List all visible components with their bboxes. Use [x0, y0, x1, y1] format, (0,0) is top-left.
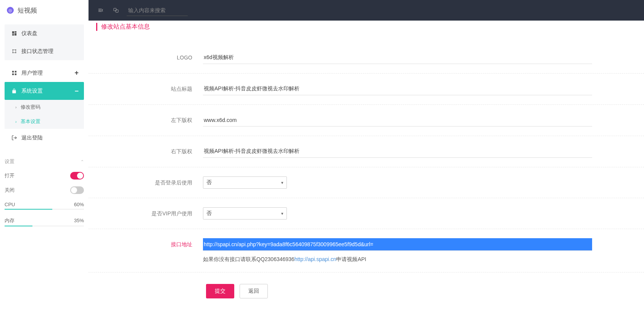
cpu-bar	[5, 209, 84, 210]
minus-icon: –	[75, 87, 79, 95]
input-logo[interactable]	[203, 51, 592, 64]
svg-point-0	[12, 50, 13, 51]
back-button[interactable]: 返回	[240, 284, 268, 298]
svg-rect-5	[14, 71, 16, 72]
label-api-url: 接口地址	[96, 238, 203, 248]
label-site-title: 站点标题	[96, 83, 203, 93]
label-right-footer: 右下版权	[96, 145, 203, 155]
sidebar-submenu: › 修改密码 › 基本设置	[5, 100, 84, 129]
svg-rect-7	[14, 74, 16, 75]
svg-rect-6	[12, 74, 13, 75]
sidebar-label: 系统设置	[21, 88, 43, 95]
mem-bar	[5, 226, 84, 226]
label-left-footer: 左下版权	[96, 114, 203, 124]
logout-icon	[10, 135, 18, 141]
sidebar-label: 退出登陆	[21, 135, 43, 141]
label-vip-only: 是否VIP用户使用	[96, 207, 203, 217]
row-vip-only: 是否VIP用户使用 否	[89, 198, 644, 229]
input-api-url[interactable]	[203, 238, 592, 251]
sidebar-sub-label: 修改密码	[21, 104, 40, 111]
submit-button[interactable]: 提交	[206, 284, 234, 298]
topbar	[89, 0, 644, 21]
svg-point-2	[12, 52, 13, 53]
sidebar-item-user-mgmt[interactable]: 用户管理 +	[5, 64, 84, 82]
toggle-label: 关闭	[5, 187, 14, 194]
select-require-login[interactable]: 否	[203, 176, 287, 189]
sidebar-item-system-settings[interactable]: 系统设置 –	[5, 82, 84, 100]
input-right-footer[interactable]	[203, 145, 592, 158]
svg-point-3	[15, 52, 16, 53]
input-site-title[interactable]	[203, 83, 592, 95]
row-api-url: 接口地址 如果你没有接口请联系QQ2306346936http://api.sp…	[89, 229, 644, 273]
sidebar-item-logout[interactable]: 退出登陆	[5, 129, 84, 147]
search-input[interactable]	[127, 5, 188, 16]
chevron-up-icon: ⌃	[80, 159, 84, 164]
toggle-open-row: 打开	[5, 172, 84, 180]
plus-icon: +	[74, 69, 79, 77]
lock-icon	[10, 88, 18, 94]
svg-rect-4	[12, 71, 13, 72]
sidebar-sub-label: 基本设置	[21, 118, 40, 125]
row-site-title: 站点标题	[89, 74, 644, 105]
logo-icon: ◎	[7, 7, 14, 14]
row-right-footer: 右下版权	[89, 136, 644, 167]
input-left-footer[interactable]	[203, 114, 592, 127]
sidebar-label: 用户管理	[21, 70, 43, 77]
button-row: 提交 返回	[89, 273, 644, 310]
sidebar: ◎ 短视频 仪表盘 接口状态管理 用户管理 + 系统设置 –	[0, 0, 89, 310]
toggle-close[interactable]	[70, 186, 84, 194]
sidebar-label: 仪表盘	[21, 30, 37, 37]
chevron-right-icon: ›	[15, 105, 17, 109]
dashboard-icon	[10, 30, 18, 36]
svg-point-1	[15, 50, 16, 51]
sidebar-sub-basic-settings[interactable]: › 基本设置	[5, 114, 84, 129]
sidebar-item-api-status[interactable]: 接口状态管理	[5, 42, 84, 60]
api-status-icon	[10, 48, 18, 54]
toggle-label: 打开	[5, 172, 14, 179]
logo-area: ◎ 短视频	[0, 0, 89, 21]
row-require-login: 是否登录后使用 否	[89, 167, 644, 198]
row-left-footer: 左下版权	[89, 105, 644, 136]
row-logo: LOGO	[89, 42, 644, 74]
settings-section-title[interactable]: 设置 ⌃	[5, 158, 84, 165]
label-require-login: 是否登录后使用	[96, 176, 203, 186]
menu-toggle-icon[interactable]	[93, 3, 108, 18]
toggle-open[interactable]	[70, 172, 84, 180]
help-link[interactable]: http://api.spapi.cn	[295, 256, 336, 262]
mem-metric: 内存 35%	[5, 217, 84, 224]
help-text: 如果你没有接口请联系QQ2306346936http://api.spapi.c…	[203, 256, 636, 263]
main-content: 修改站点基本信息 LOGO 站点标题 左下版权 右下版权 是否登录后使用 否 是…	[89, 0, 644, 310]
language-icon[interactable]	[108, 3, 124, 18]
cpu-metric: CPU 60%	[5, 202, 84, 207]
sidebar-item-dashboard[interactable]: 仪表盘	[5, 24, 84, 42]
page-title: 修改站点基本信息	[96, 23, 636, 31]
select-vip-only[interactable]: 否	[203, 207, 287, 220]
sidebar-label: 接口状态管理	[21, 48, 53, 55]
sidebar-sub-change-password[interactable]: › 修改密码	[5, 100, 84, 114]
label-logo: LOGO	[96, 51, 203, 61]
app-title: 短视频	[18, 6, 37, 15]
user-mgmt-icon	[10, 70, 18, 76]
toggle-close-row: 关闭	[5, 186, 84, 194]
chevron-right-icon: ›	[15, 119, 17, 124]
